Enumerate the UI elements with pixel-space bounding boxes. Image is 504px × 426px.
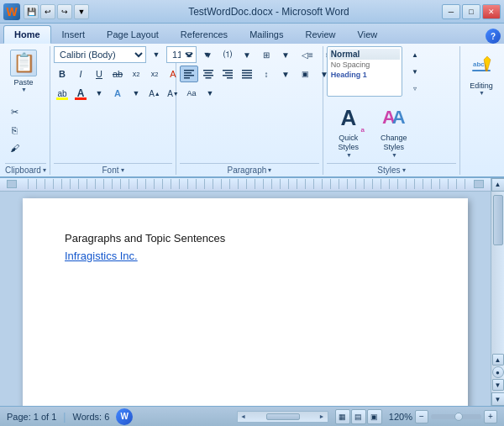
font-family-select[interactable]: Calibri (Body)	[54, 46, 146, 63]
font-color-expand-btn[interactable]: ▼	[91, 85, 108, 102]
svg-rect-13	[242, 72, 252, 74]
numbering-expand-btn[interactable]: ▼	[238, 46, 256, 63]
zoom-in-btn[interactable]: +	[484, 410, 497, 423]
editing-button[interactable]: abc Editing ▼	[463, 46, 500, 99]
customize-quick-btn[interactable]: ▼	[74, 4, 89, 19]
tab-view[interactable]: View	[347, 25, 389, 44]
bullets-expand-btn[interactable]: ▼	[199, 46, 218, 63]
h-scroll-left-btn[interactable]: ◄	[238, 412, 249, 422]
styles-label[interactable]: Styles ▾	[327, 163, 456, 175]
align-right-btn[interactable]	[218, 66, 237, 82]
tab-insert[interactable]: Insert	[51, 25, 97, 44]
strikethrough-button[interactable]: ab	[109, 66, 126, 82]
align-center-btn[interactable]	[199, 66, 218, 82]
font-size-up-button[interactable]: A▲	[146, 85, 163, 102]
scroll-down-btn[interactable]: ▼	[491, 392, 505, 406]
view-mode-2-btn[interactable]: ▤	[351, 409, 366, 424]
save-quick-btn[interactable]: 💾	[24, 4, 39, 19]
subscript-button[interactable]: x2	[128, 66, 144, 82]
text-effects-expand-btn[interactable]: ▼	[128, 85, 144, 102]
ribbon-content: 📋 Paste ▼ ✂ ⎘ 🖌 Clipboard ▾	[0, 44, 504, 176]
h-scroll-track[interactable]	[249, 413, 316, 420]
line-spacing-expand-btn[interactable]: ▼	[276, 66, 295, 82]
bullets-button[interactable]: ≡	[180, 46, 198, 63]
paste-icon: 📋	[10, 50, 37, 76]
decrease-indent-btn[interactable]: ◁≡	[296, 46, 319, 63]
styles-scroll-down[interactable]: ▼	[406, 63, 424, 80]
quick-styles-expand-icon: ▼	[346, 152, 352, 158]
h-scroll-right-btn[interactable]: ►	[316, 412, 328, 422]
bold-button[interactable]: B	[54, 66, 71, 82]
document-link[interactable]: Infragistics Inc.	[65, 250, 138, 262]
undo-quick-btn[interactable]: ↩	[40, 4, 55, 19]
scroll-thumb[interactable]	[493, 195, 503, 245]
zoom-slider-thumb[interactable]	[454, 413, 463, 421]
svg-rect-7	[206, 77, 212, 79]
paragraph-expand-icon: ▾	[268, 166, 271, 174]
paragraph-group: ≡ ▼ ⑴ ▼ ⊞ ▼ ◁≡ ≡▷ ↕ ¶	[176, 46, 323, 175]
styles-scroll-up[interactable]: ▲	[406, 46, 424, 63]
italic-button[interactable]: I	[72, 66, 89, 82]
view-mode-1-btn[interactable]: ▦	[335, 409, 350, 424]
clipboard-label[interactable]: Clipboard ▾	[5, 163, 46, 175]
copy-button[interactable]: ⎘	[5, 122, 24, 139]
ruler-right-margin	[474, 180, 484, 188]
numbering-button[interactable]: ⑴	[218, 46, 237, 63]
svg-rect-1	[184, 72, 192, 74]
paragraph-label[interactable]: Paragraph ▾	[180, 163, 319, 175]
scroll-track[interactable]	[492, 192, 504, 352]
view-buttons: ▦ ▤ ▣	[335, 409, 382, 424]
font-color-button[interactable]: A	[72, 85, 89, 102]
font-group-content: Calibri (Body) ▼ 11 ▼ B I U ab x2 x2 A	[54, 46, 172, 161]
tab-mailings[interactable]: Mailings	[239, 25, 294, 44]
cut-button[interactable]: ✂	[5, 104, 24, 121]
tab-page-layout[interactable]: Page Layout	[96, 25, 170, 44]
quick-styles-preview[interactable]: Normal No Spacing Heading 1	[327, 46, 402, 97]
close-btn[interactable]: ✕	[482, 4, 501, 19]
shading-btn[interactable]: ▣	[296, 66, 314, 82]
document-scroll-area[interactable]: Paragraphs and Topic Sentences Infragist…	[0, 192, 491, 406]
view-mode-3-btn[interactable]: ▣	[367, 409, 382, 424]
styles-group: Normal No Spacing Heading 1 ▲ ▼ ▿ A a Qu	[323, 46, 460, 175]
format-painter-button[interactable]: 🖌	[5, 139, 24, 156]
multilevel-button[interactable]: ⊞	[257, 46, 276, 63]
document-heading: Paragraphs and Topic Sentences	[65, 232, 426, 245]
line-spacing-btn[interactable]: ↕	[257, 66, 276, 82]
paste-button[interactable]: 📋 Paste ▼	[5, 46, 42, 96]
scroll-up-btn[interactable]: ▲	[491, 178, 505, 192]
word-icon[interactable]: W	[116, 408, 133, 425]
font-label[interactable]: Font ▾	[54, 163, 172, 175]
change-styles-icon: A A	[378, 102, 410, 134]
styles-more-btn[interactable]: ▿	[406, 80, 424, 97]
zoom-level: 120%	[389, 412, 412, 422]
help-btn[interactable]: ?	[486, 29, 501, 44]
restore-btn[interactable]: □	[462, 4, 480, 19]
quick-styles-button[interactable]: A a QuickStyles ▼	[327, 98, 370, 161]
multilevel-expand-btn[interactable]: ▼	[276, 46, 295, 63]
text-effects-button[interactable]: A	[109, 85, 126, 102]
justify-btn[interactable]	[238, 66, 256, 82]
zoom-slider[interactable]	[431, 414, 481, 419]
title-bar: W 💾 ↩ ↪ ▼ TestWordDoc.docx - Microsoft W…	[0, 0, 504, 24]
zoom-out-btn[interactable]: −	[415, 410, 428, 423]
document-page[interactable]: Paragraphs and Topic Sentences Infragist…	[23, 198, 468, 406]
svg-rect-4	[203, 70, 213, 71]
change-styles-button[interactable]: A A ChangeStyles ▼	[372, 98, 416, 161]
h-scroll-thumb[interactable]	[266, 413, 300, 420]
scroll-circle-btn[interactable]: ●	[492, 366, 504, 378]
scroll-next-page-btn[interactable]: ▼	[492, 379, 504, 391]
status-bar: Page: 1 of 1 | Words: 6 W ◄ ► ▦ ▤ ▣ 120%…	[0, 406, 504, 426]
text-highlight-button[interactable]: ab	[54, 85, 71, 102]
tab-review[interactable]: Review	[294, 25, 346, 44]
horizontal-scrollbar[interactable]: ◄ ►	[237, 411, 328, 423]
scroll-prev-page-btn[interactable]: ▲	[492, 354, 504, 366]
font-family-expand-btn[interactable]: ▼	[148, 46, 165, 63]
minimize-btn[interactable]: ─	[442, 4, 460, 19]
clipboard-small-btns: ✂ ⎘ 🖌	[5, 104, 24, 156]
underline-button[interactable]: U	[91, 66, 108, 82]
superscript-button[interactable]: x2	[146, 66, 163, 82]
redo-quick-btn[interactable]: ↪	[57, 4, 72, 19]
tab-references[interactable]: References	[170, 25, 239, 44]
tab-home[interactable]: Home	[3, 25, 51, 44]
align-left-btn[interactable]	[180, 66, 198, 82]
